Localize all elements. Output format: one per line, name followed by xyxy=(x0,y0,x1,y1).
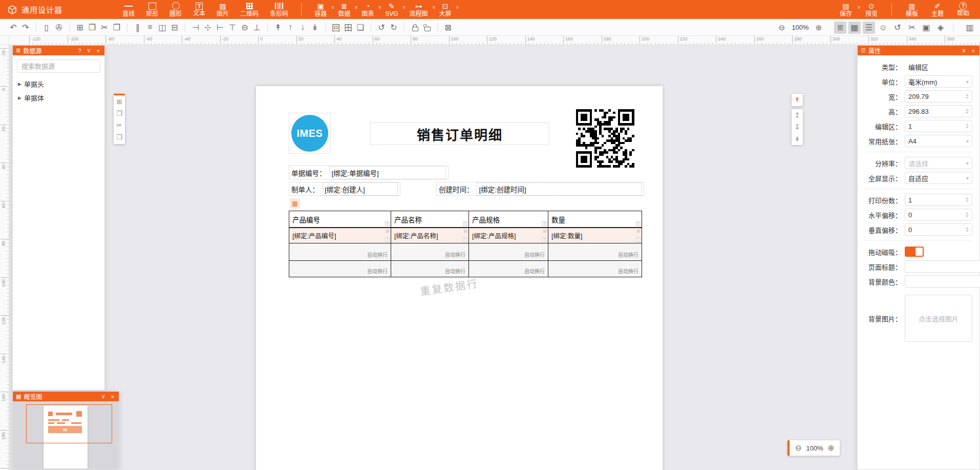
maker-binding[interactable]: [绑定:创建人] xyxy=(322,182,398,196)
paper-select[interactable]: A4▾ xyxy=(905,135,972,147)
quick-paste-icon[interactable]: ❒ xyxy=(116,134,122,141)
send-backward-icon[interactable]: ↓ xyxy=(296,21,309,33)
chevron-right-icon[interactable]: ▶ xyxy=(18,81,22,87)
move-up-icon[interactable]: ↥ xyxy=(795,112,800,119)
topbar-tool[interactable]: ▣ 容器 ∨ xyxy=(309,1,332,18)
h-spacing-icon[interactable]: ∥ xyxy=(132,21,144,33)
delete-icon[interactable]: ⊠ xyxy=(442,21,454,33)
help-icon[interactable]: ? xyxy=(76,48,82,54)
center-vertical-canvas-icon[interactable]: ⊟ xyxy=(168,21,181,33)
center-horizontal-canvas-icon[interactable]: ◫ xyxy=(156,21,168,33)
search-datasource-input[interactable] xyxy=(17,59,100,73)
spinner-icon[interactable] xyxy=(966,227,969,232)
fullscreen-select[interactable]: 自适应▾ xyxy=(905,172,972,184)
close-icon[interactable]: × xyxy=(970,48,976,54)
zoom-in-icon[interactable]: ⊕ xyxy=(828,443,835,453)
viewport-rectangle[interactable] xyxy=(26,404,112,443)
topbar-tool[interactable]: ⊡ 大屏 ∨ xyxy=(434,1,457,18)
vertical-offset-input[interactable]: 0 xyxy=(905,223,972,236)
bring-to-front-icon[interactable]: ↟ xyxy=(272,21,284,33)
remove-binding-icon[interactable]: ▤ xyxy=(636,229,641,233)
redo-icon[interactable]: ↷ xyxy=(19,21,32,33)
maker-field[interactable]: 制单人： [绑定:创建人] xyxy=(289,182,400,196)
spinner-icon[interactable] xyxy=(966,212,969,217)
topbar-tool[interactable]: ≣ 数据 ∨ xyxy=(332,1,356,18)
topbar-tool[interactable]: 条形码 ∨ xyxy=(264,1,294,18)
scroll-to-bottom-icon[interactable]: ↡ xyxy=(795,135,800,142)
chevron-right-icon[interactable]: ▶ xyxy=(18,95,22,100)
zoom-out-icon[interactable]: ⊖ xyxy=(795,443,802,453)
spinner-icon[interactable] xyxy=(966,124,969,129)
topbar-action[interactable]: ? 帮助 ∨ xyxy=(950,1,976,18)
close-icon[interactable]: × xyxy=(95,48,101,54)
topbar-tool[interactable]: 矩形 ∨ xyxy=(140,1,164,18)
topbar-tool[interactable]: 二维码 ∨ xyxy=(235,1,264,18)
history-icon[interactable]: ↺ xyxy=(891,22,904,34)
topbar-tool[interactable]: ⊶ 流程图 ∨ xyxy=(404,1,434,18)
align-left-icon[interactable]: ⊣ xyxy=(189,21,202,33)
table-auto-cell[interactable]: 自动换行 xyxy=(469,243,548,260)
logo-element[interactable]: IMES xyxy=(289,113,331,154)
rotate-left-icon[interactable]: ↺ xyxy=(375,21,388,33)
collapse-icon[interactable]: ∨ xyxy=(100,393,107,400)
align-v-middle-icon[interactable]: ⊝ xyxy=(239,21,251,33)
unit-select[interactable]: 毫米(mm)▾ xyxy=(905,75,972,88)
drag-magnet-toggle[interactable] xyxy=(905,247,924,257)
created-time-binding[interactable]: [绑定:创建时间] xyxy=(477,182,642,196)
ungroup-icon[interactable]: 田 xyxy=(342,21,354,33)
table-header-cell[interactable]: 数量 T xyxy=(548,211,642,227)
cut-icon[interactable]: ✂ xyxy=(98,21,111,33)
resolution-select[interactable]: 请选择▾ xyxy=(905,157,972,169)
paste-icon[interactable]: ❒ xyxy=(111,21,123,33)
quick-cut-icon[interactable]: ✂ xyxy=(117,122,122,129)
canvas-area[interactable]: IMES 销售订单明细 单据编号： [绑定:单据编号] 制单人： [绑定:创建人… xyxy=(9,45,980,470)
stamp-icon[interactable]: ▣ xyxy=(920,22,932,34)
user-pointer-icon[interactable]: ☺ xyxy=(877,22,889,34)
rotate-right-icon[interactable]: ↻ xyxy=(388,21,400,33)
copy-icon[interactable]: ❐ xyxy=(86,21,98,33)
toggle-datasource-panel-icon[interactable]: ≣ xyxy=(834,22,846,34)
tree-item[interactable]: ▶ 单据头 xyxy=(13,77,104,91)
print-copies-input[interactable]: 1 xyxy=(905,194,972,206)
align-top-icon[interactable]: ⊤ xyxy=(226,21,239,33)
table-binding-cell[interactable]: [绑定:产品名称] ▤ T xyxy=(391,228,469,243)
table-header-cell[interactable]: 产品规格 T xyxy=(469,211,548,227)
unlock-icon[interactable] xyxy=(421,21,433,33)
quick-add-icon[interactable]: ⊞ xyxy=(117,98,122,106)
ink-icon[interactable]: ◈ xyxy=(934,22,947,34)
created-time-field[interactable]: 创建时间： [绑定:创建时间] xyxy=(436,182,644,196)
toggle-overview-panel-icon[interactable]: ▦ xyxy=(848,22,861,34)
align-right-icon[interactable]: ⊢ xyxy=(214,21,226,33)
group-icon[interactable]: 回 xyxy=(330,21,342,33)
collapse-icon[interactable]: ∨ xyxy=(961,47,968,54)
layout-columns-icon[interactable]: ▥ xyxy=(964,22,976,34)
topbar-tool[interactable]: 直线 ∨ xyxy=(117,1,140,18)
qrcode-element[interactable] xyxy=(575,109,635,168)
new-page-icon[interactable]: ▯ xyxy=(40,21,53,33)
topbar-tool[interactable]: T 文本 ∨ xyxy=(187,2,211,18)
topbar-action[interactable]: ⊙ 预览 ∨ xyxy=(859,1,884,18)
design-page[interactable]: IMES 销售订单明细 单据编号： [绑定:单据编号] 制单人： [绑定:创建人… xyxy=(256,86,663,470)
table-auto-cell[interactable]: 自动换行 xyxy=(289,261,391,277)
undo-icon[interactable]: ↶ xyxy=(7,21,19,33)
remove-binding-icon[interactable]: ▤ xyxy=(463,229,467,233)
scroll-to-top-icon[interactable]: ↟ xyxy=(795,96,800,104)
topbar-action[interactable]: ✐ 主题 ∨ xyxy=(925,1,950,18)
data-table-element[interactable]: 产品编号 T 产品名称 T 产品规格 T 数量 T xyxy=(289,211,642,277)
topbar-tool[interactable]: ✎ SVG ∨ xyxy=(379,1,403,18)
height-input[interactable]: 296.83 xyxy=(905,105,972,117)
quick-copy-icon[interactable]: ❐ xyxy=(116,110,122,117)
table-auto-cell[interactable]: 自动换行 xyxy=(391,243,469,260)
close-icon[interactable]: × xyxy=(110,394,116,400)
spinner-icon[interactable] xyxy=(966,94,969,99)
table-auto-cell[interactable]: 自动换行 xyxy=(548,261,642,277)
report-title-element[interactable]: 销售订单明细 xyxy=(370,122,549,145)
overview-minimap[interactable] xyxy=(13,401,119,468)
table-auto-cell[interactable]: 自动换行 xyxy=(289,243,391,260)
clear-canvas-icon[interactable]: ✇ xyxy=(53,21,65,33)
doc-no-binding[interactable]: [绑定:单据编号] xyxy=(329,166,446,179)
topbar-tool[interactable]: 圆形 ∨ xyxy=(164,1,187,18)
topbar-action[interactable]: ▥ 模板 ∨ xyxy=(899,1,925,18)
crop-icon[interactable]: ✂ xyxy=(906,22,918,34)
doc-no-field[interactable]: 单据编号： [绑定:单据编号] xyxy=(289,166,449,179)
